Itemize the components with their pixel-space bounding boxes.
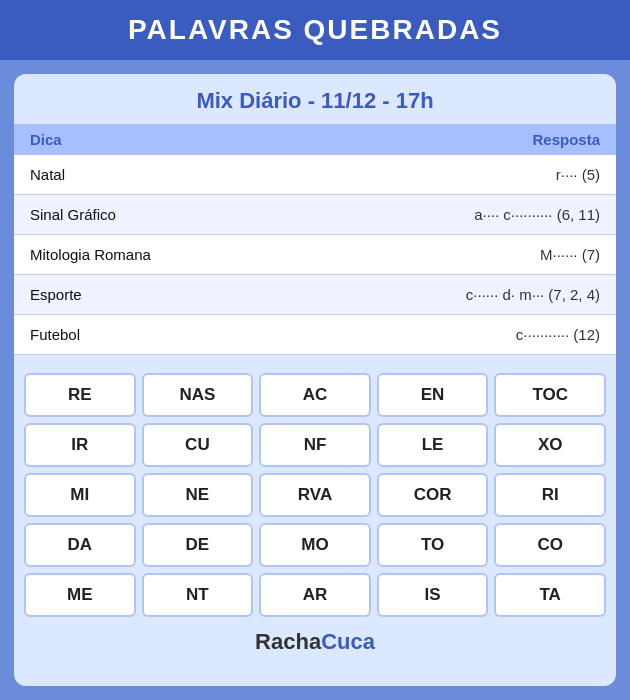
syllable-cell[interactable]: NAS — [142, 373, 254, 417]
brand: RachaCuca — [255, 629, 375, 654]
syllable-cell[interactable]: LE — [377, 423, 489, 467]
syllable-cell[interactable]: RVA — [259, 473, 371, 517]
table-row: Natalr···· (5) — [14, 155, 616, 195]
syllable-cell[interactable]: AC — [259, 373, 371, 417]
syllable-cell[interactable]: MO — [259, 523, 371, 567]
clues-table: Dica Resposta Natalr···· (5)Sinal Gráfic… — [14, 124, 616, 355]
syllable-cell[interactable]: IR — [24, 423, 136, 467]
main-card: Mix Diário - 11/12 - 17h Dica Resposta N… — [14, 74, 616, 686]
table-container: Dica Resposta Natalr···· (5)Sinal Gráfic… — [14, 124, 616, 355]
dica-cell: Sinal Gráfico — [14, 195, 302, 235]
dica-cell: Esporte — [14, 275, 302, 315]
table-row: Esportec······ d· m··· (7, 2, 4) — [14, 275, 616, 315]
syllable-cell[interactable]: IS — [377, 573, 489, 617]
syllable-cell[interactable]: MI — [24, 473, 136, 517]
header-title: PALAVRAS QUEBRADAS — [0, 14, 630, 46]
syllable-cell[interactable]: CO — [494, 523, 606, 567]
resposta-cell: c··········· (12) — [302, 315, 616, 355]
brand-cuca: Cuca — [321, 629, 375, 654]
resposta-cell: a···· c·········· (6, 11) — [302, 195, 616, 235]
resposta-cell: c······ d· m··· (7, 2, 4) — [302, 275, 616, 315]
syllable-cell[interactable]: NT — [142, 573, 254, 617]
dica-cell: Futebol — [14, 315, 302, 355]
syllables-grid: RENASACENTOCIRCUNFLEXOMINERVACORRIDADEMO… — [14, 363, 616, 621]
syllable-cell[interactable]: TA — [494, 573, 606, 617]
syllable-cell[interactable]: RI — [494, 473, 606, 517]
syllable-cell[interactable]: NE — [142, 473, 254, 517]
syllable-cell[interactable]: XO — [494, 423, 606, 467]
syllable-cell[interactable]: RE — [24, 373, 136, 417]
syllable-cell[interactable]: DA — [24, 523, 136, 567]
syllable-cell[interactable]: AR — [259, 573, 371, 617]
table-row: Mitologia RomanaM······ (7) — [14, 235, 616, 275]
footer: RachaCuca — [14, 621, 616, 659]
header: PALAVRAS QUEBRADAS — [0, 0, 630, 60]
col-dica: Dica — [14, 124, 302, 155]
subtitle: Mix Diário - 11/12 - 17h — [14, 74, 616, 124]
syllable-cell[interactable]: ME — [24, 573, 136, 617]
table-row: Futebolc··········· (12) — [14, 315, 616, 355]
syllable-cell[interactable]: DE — [142, 523, 254, 567]
syllable-cell[interactable]: TO — [377, 523, 489, 567]
brand-racha: Racha — [255, 629, 321, 654]
syllable-cell[interactable]: EN — [377, 373, 489, 417]
table-row: Sinal Gráficoa···· c·········· (6, 11) — [14, 195, 616, 235]
col-resposta: Resposta — [302, 124, 616, 155]
syllable-cell[interactable]: TOC — [494, 373, 606, 417]
dica-cell: Natal — [14, 155, 302, 195]
dica-cell: Mitologia Romana — [14, 235, 302, 275]
syllable-cell[interactable]: COR — [377, 473, 489, 517]
syllable-cell[interactable]: CU — [142, 423, 254, 467]
resposta-cell: M······ (7) — [302, 235, 616, 275]
syllable-cell[interactable]: NF — [259, 423, 371, 467]
resposta-cell: r···· (5) — [302, 155, 616, 195]
